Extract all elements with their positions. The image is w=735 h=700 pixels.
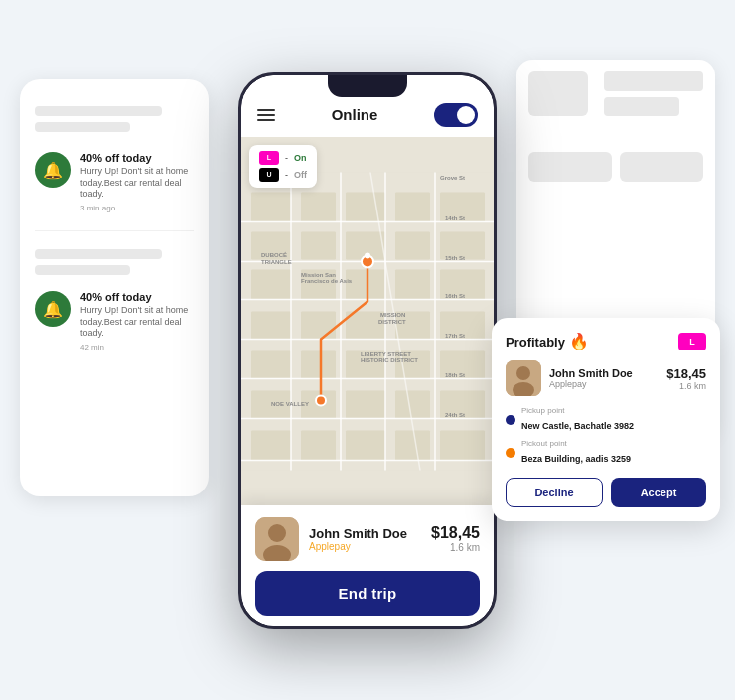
notification-time: 3 min ago [80,204,194,212]
pickup-row: Pickup point New Castle, Bachatle 3982 [506,406,706,433]
notification-icon: 🔔 [35,291,71,327]
pickup-address: New Castle, Bachatle 3982 [521,421,634,431]
notification-content: 40% off today Hurry Up! Don't sit at hom… [80,291,194,351]
svg-text:15th St: 15th St [445,254,465,260]
dropoff-info: Pickout point Beza Building, aadis 3259 [521,439,631,466]
uber-service-row: U - Off [259,168,307,182]
svg-rect-37 [395,430,430,460]
skeleton-bar [528,152,612,182]
svg-point-69 [365,252,370,258]
svg-text:HISTORIC DISTRICT: HISTORIC DISTRICT [361,356,418,362]
notification-time: 42 min [80,343,194,351]
phone-bottom-card: John Smith Doe Applepay $18,45 1.6 km En… [241,505,494,626]
dropoff-address: Beza Building, aadis 3259 [521,454,631,464]
skeleton-image [528,71,588,116]
svg-text:17th St: 17th St [445,332,465,338]
ride-distance: 1.6 km [431,542,480,553]
uber-logo: U [259,168,279,182]
toggle-knob [457,106,475,124]
svg-rect-24 [251,350,291,378]
skeleton-bar [604,97,679,117]
bottom-user-row: John Smith Doe Applepay $18,45 1.6 km [255,517,480,561]
skeleton-block [35,106,194,132]
skeleton-bar [35,106,162,116]
ride-price-col: $18,45 1.6 km [666,366,706,391]
accept-button[interactable]: Accept [611,478,706,507]
lyft-logo: L [259,151,279,165]
user-info: John Smith Doe Applepay [309,526,421,552]
svg-rect-5 [301,192,336,221]
user-name: John Smith Doe [309,526,421,541]
dropoff-row: Pickout point Beza Building, aadis 3259 [506,439,706,466]
notification-content: 40% off today Hurry Up! Don't sit at hom… [80,152,194,212]
online-toggle[interactable] [434,103,478,127]
user-name: John Smith Doe [549,367,659,379]
notifications-panel: 🔔 40% off today Hurry Up! Don't sit at h… [20,79,209,496]
svg-rect-7 [395,192,430,221]
svg-point-71 [268,524,286,542]
svg-text:Francisco de Asis: Francisco de Asis [301,277,353,283]
flame-icon: 🔥 [569,333,589,350]
svg-text:NOE VALLEY: NOE VALLEY [271,400,309,406]
skeleton-block [35,249,194,275]
phone-frame: Online L - On U - Off [238,72,497,629]
svg-text:16th St: 16th St [445,292,465,298]
end-trip-button[interactable]: End trip [255,571,480,616]
svg-text:TRIANGLE: TRIANGLE [261,258,292,264]
svg-text:Grove St: Grove St [440,174,465,180]
skeleton-bar [35,265,130,275]
svg-rect-10 [301,231,336,259]
svg-rect-35 [301,430,336,460]
svg-point-67 [316,395,326,405]
svg-rect-32 [395,390,430,418]
avatar [255,517,299,561]
dropoff-dot [506,448,515,458]
notification-title: 40% off today [80,291,194,303]
ride-card-header: Profitably 🔥 L [506,332,706,350]
service-indicators: L - On U - Off [249,145,317,188]
svg-rect-4 [251,192,291,221]
phone-map: L - On U - Off [241,137,494,505]
svg-point-1 [516,366,530,380]
dropoff-label: Pickout point [521,439,631,448]
svg-rect-14 [251,269,291,299]
header-title: Online [332,106,378,123]
notification-title: 40% off today [80,152,194,164]
svg-rect-20 [301,311,336,339]
phone-screen: Online L - On U - Off [241,75,494,626]
ride-price: $18,45 [666,366,706,381]
notification-body: Hurry Up! Don't sit at home today.Best c… [80,166,194,201]
pickup-dot [506,415,515,425]
skeleton-bar [35,122,130,132]
pickup-info: Pickup point New Castle, Bachatle 3982 [521,406,634,433]
pickup-label: Pickup point [521,406,634,415]
hamburger-menu-icon[interactable] [257,109,275,121]
ride-price: $18,45 [431,524,480,542]
notification-item: 🔔 40% off today Hurry Up! Don't sit at h… [35,152,194,231]
payment-method: Applepay [549,379,659,389]
decline-button[interactable]: Decline [506,478,603,507]
svg-rect-25 [301,350,336,378]
avatar [506,360,541,396]
profitably-label: Profitably 🔥 [506,332,589,350]
skeleton-bar [604,71,703,91]
lyft-status: On [294,153,307,163]
notification-body: Hurry Up! Don't sit at home today.Best c… [80,305,194,340]
notification-icon: 🔔 [35,152,71,188]
price-info: $18,45 1.6 km [431,524,480,553]
user-info: John Smith Doe Applepay [549,367,659,389]
svg-rect-31 [346,390,385,418]
notification-item: 🔔 40% off today Hurry Up! Don't sit at h… [35,291,194,369]
svg-text:24th St: 24th St [445,411,465,417]
svg-rect-6 [346,192,385,221]
svg-rect-16 [346,269,385,299]
ride-request-card: Profitably 🔥 L John Smith Doe Applepay $… [492,318,720,521]
svg-text:DISTRICT: DISTRICT [378,318,406,324]
phone-notch [328,75,407,97]
svg-rect-17 [395,269,430,299]
svg-rect-38 [440,430,485,460]
svg-text:MISSION: MISSION [380,311,405,317]
map-svg: DUBOCÉ TRIANGLE Mission San Francisco de… [241,137,494,505]
lyft-service-row: L - On [259,151,307,165]
svg-text:DUBOCÉ: DUBOCÉ [261,250,287,257]
